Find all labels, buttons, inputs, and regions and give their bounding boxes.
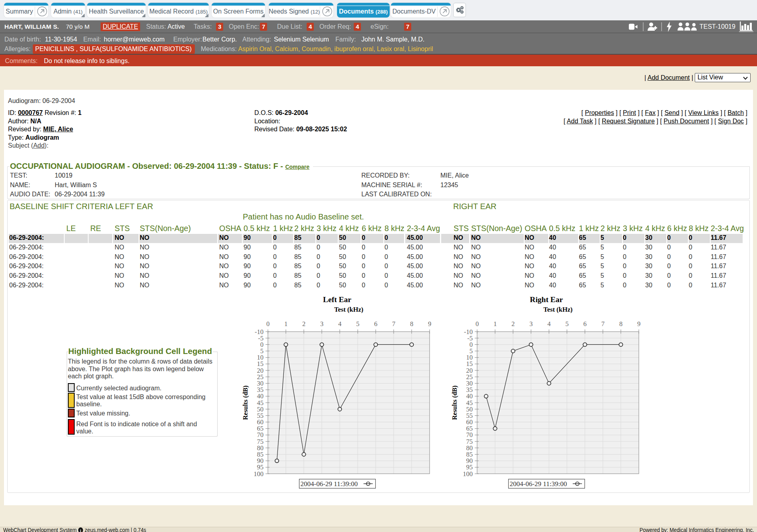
svg-text:Right Ear: Right Ear (530, 295, 563, 304)
svg-text:9: 9 (637, 320, 640, 328)
svg-text:2: 2 (511, 320, 515, 328)
svg-text:5: 5 (356, 320, 359, 328)
svg-text:0: 0 (476, 320, 479, 328)
svg-text:3: 3 (320, 320, 323, 328)
svg-text:2004-06-29 11:39:00: 2004-06-29 11:39:00 (301, 480, 358, 488)
svg-text:Results (dB): Results (dB) (451, 386, 458, 420)
svg-text:7: 7 (601, 320, 604, 328)
svg-text:2: 2 (302, 320, 305, 328)
svg-text:100: 100 (254, 470, 264, 478)
svg-text:i: i (80, 528, 81, 532)
svg-text:6: 6 (374, 320, 377, 328)
svg-text:100: 100 (463, 470, 473, 478)
svg-text:6: 6 (583, 320, 587, 328)
svg-text:5: 5 (565, 320, 569, 328)
svg-text:Test (kHz): Test (kHz) (334, 306, 363, 313)
svg-text:Test (kHz): Test (kHz) (543, 306, 573, 313)
svg-text:0: 0 (266, 320, 270, 328)
svg-text:Results (dB): Results (dB) (242, 386, 249, 420)
svg-text:1: 1 (493, 320, 497, 328)
svg-text:8: 8 (619, 320, 622, 328)
svg-text:2004-06-29 11:39:00: 2004-06-29 11:39:00 (510, 480, 567, 488)
svg-text:1: 1 (284, 320, 287, 328)
svg-text:4: 4 (338, 320, 341, 328)
svg-text:8: 8 (410, 320, 413, 328)
svg-text:4: 4 (547, 320, 551, 328)
svg-text:Left Ear: Left Ear (323, 295, 351, 304)
svg-text:3: 3 (529, 320, 533, 328)
svg-text:7: 7 (392, 320, 395, 328)
svg-text:9: 9 (428, 320, 431, 328)
